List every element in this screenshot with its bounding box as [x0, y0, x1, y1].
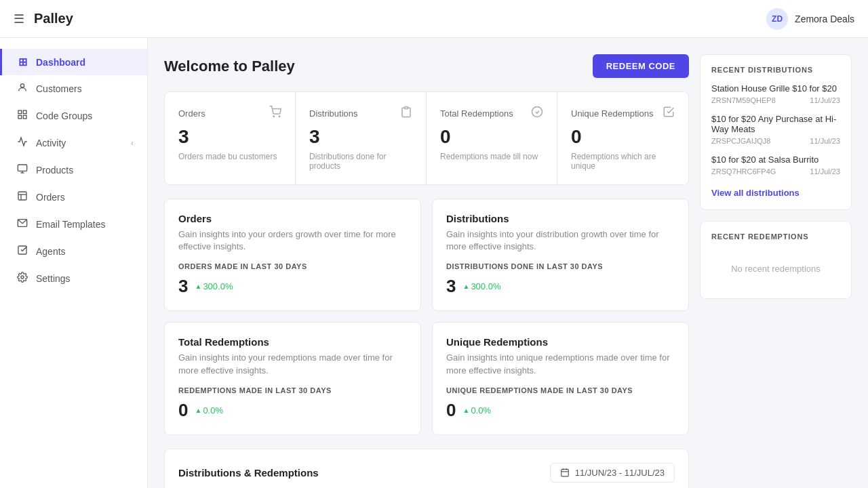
sidebar-item-label: Code Groups	[36, 110, 92, 121]
email-templates-icon	[16, 218, 29, 231]
stat-value: 0	[440, 126, 543, 148]
sidebar: ⊞ Dashboard Customers Code Groups Activi…	[0, 38, 148, 488]
insight-metric-label: ORDERS MADE IN LAST 30 DAYS	[178, 262, 407, 270]
products-icon	[16, 163, 29, 177]
svg-point-17	[532, 107, 542, 117]
dist-code: ZRSQ7HRC6FP4G	[711, 167, 776, 176]
check-square-icon	[663, 106, 675, 121]
dist-item-2: $10 for $20 Any Purchase at Hi-Way Meats…	[711, 114, 840, 145]
stat-header: Total Redemptions	[440, 106, 543, 121]
check-circle-icon	[531, 106, 543, 121]
insight-card-orders: Orders Gain insights into your orders gr…	[164, 199, 421, 311]
sidebar-item-dashboard[interactable]: ⊞ Dashboard	[0, 49, 147, 75]
main-content: Welcome to Palley REDEEM CODE Orders 3 O	[148, 38, 868, 488]
stat-desc: Orders made bu customers	[178, 152, 281, 161]
dist-code: ZRSPCJGAIJQJ8	[711, 137, 770, 145]
stat-value: 3	[178, 126, 281, 148]
agents-icon	[16, 245, 29, 258]
view-all-distributions[interactable]: View all distributions	[711, 188, 800, 198]
dist-meta: ZRSN7M59QHEP8 11/Jul/23	[711, 96, 840, 104]
sidebar-item-label: Agents	[36, 246, 66, 257]
stat-card-total-redemptions: Total Redemptions 0 Redemptions made til…	[427, 92, 557, 184]
insight-value-row: 3 ▲ 300.0%	[178, 276, 407, 297]
svg-rect-4	[23, 115, 26, 119]
stat-header: Distributions	[309, 106, 412, 121]
insight-value: 3	[178, 276, 188, 297]
stat-label: Total Redemptions	[440, 108, 513, 119]
insight-change: ▲ 300.0%	[462, 281, 500, 291]
insight-value: 3	[446, 276, 456, 297]
stats-row: Orders 3 Orders made bu customers Distri…	[164, 92, 689, 185]
dist-name: Station House Grille $10 for $20	[711, 83, 840, 94]
insight-change: ▲ 0.0%	[462, 405, 491, 415]
insight-desc: Gain insights into your distribution gro…	[446, 228, 675, 253]
app-brand: Palley	[34, 11, 73, 26]
sidebar-item-activity[interactable]: Activity ‹	[0, 129, 147, 157]
up-arrow-icon: ▲	[462, 407, 469, 414]
menu-icon[interactable]: ☰	[14, 12, 24, 26]
panel-title: RECENT REDEMPTIONS	[711, 232, 840, 241]
chart-title: Distributions & Redemptions	[178, 467, 319, 479]
redeem-button[interactable]: REDEEM CODE	[593, 54, 689, 78]
sidebar-item-code-groups[interactable]: Code Groups	[0, 102, 147, 129]
insight-card-distributions: Distributions Gain insights into your di…	[432, 199, 689, 311]
change-value: 300.0%	[471, 281, 500, 291]
settings-icon	[16, 272, 29, 285]
sidebar-item-products[interactable]: Products	[0, 157, 147, 184]
svg-rect-16	[405, 107, 408, 109]
svg-rect-2	[23, 110, 26, 114]
user-name: Zemora Deals	[795, 14, 854, 24]
sidebar-item-label: Activity	[36, 138, 66, 148]
change-value: 0.0%	[203, 405, 223, 415]
insight-title: Unique Redemptions	[446, 336, 675, 348]
change-value: 300.0%	[203, 281, 233, 291]
svg-rect-8	[18, 192, 26, 200]
insight-metric-label: REDEMPTIONS MADE IN LAST 30 DAYS	[178, 386, 407, 394]
insight-metric-label: DISTRIBUTIONS DONE IN LAST 30 DAYS	[446, 262, 675, 270]
stat-header: Unique Redemptions	[571, 106, 675, 121]
orders-icon	[16, 190, 29, 204]
svg-point-0	[20, 84, 24, 87]
dist-meta: ZRSQ7HRC6FP4G 11/Jul/23	[711, 167, 840, 176]
svg-point-15	[279, 116, 280, 117]
layout: ⊞ Dashboard Customers Code Groups Activi…	[0, 38, 868, 488]
insight-title: Orders	[178, 213, 407, 224]
dist-item-3: $10 for $20 at Salsa Burrito ZRSQ7HRC6FP…	[711, 155, 840, 176]
stat-label: Orders	[178, 108, 205, 119]
date-range-label: 11/JUN/23 - 11/JUL/23	[575, 468, 665, 478]
svg-point-13	[21, 276, 24, 279]
stat-card-orders: Orders 3 Orders made bu customers	[165, 92, 296, 184]
sidebar-item-customers[interactable]: Customers	[0, 75, 147, 102]
recent-distributions-panel: RECENT DISTRIBUTIONS Station House Grill…	[700, 54, 852, 210]
svg-rect-5	[18, 165, 26, 171]
recent-redemptions-panel: RECENT REDEMPTIONS No recent redemptions	[700, 221, 852, 299]
topnav-right: ZD Zemora Deals	[766, 8, 854, 30]
chart-section: Distributions & Redemptions 11/JUN/23 - …	[164, 449, 689, 488]
date-range-button[interactable]: 11/JUN/23 - 11/JUL/23	[550, 463, 675, 483]
dist-item-1: Station House Grille $10 for $20 ZRSN7M5…	[711, 83, 840, 104]
sidebar-item-orders[interactable]: Orders	[0, 184, 147, 211]
no-redemptions-message: No recent redemptions	[711, 250, 840, 287]
insight-value: 0	[446, 400, 456, 421]
insight-title: Distributions	[446, 213, 675, 224]
stat-desc: Redemptions which are unique	[571, 152, 675, 171]
insight-change: ▲ 0.0%	[195, 405, 223, 415]
stat-label: Distributions	[309, 108, 358, 119]
dist-meta: ZRSPCJGAIJQJ8 11/Jul/23	[711, 137, 840, 145]
svg-rect-1	[18, 110, 22, 114]
dist-date: 11/Jul/23	[810, 96, 840, 104]
stat-card-distributions: Distributions 3 Distributions done for p…	[296, 92, 427, 184]
insight-title: Total Redemptions	[178, 336, 407, 348]
insight-card-total-redemptions: Total Redemptions Gain insights into you…	[164, 322, 421, 434]
topnav-left: ☰ Palley	[14, 11, 73, 26]
insight-desc: Gain insights into your orders growth ov…	[178, 228, 407, 253]
chart-header: Distributions & Redemptions 11/JUN/23 - …	[178, 463, 675, 483]
sidebar-item-agents[interactable]: Agents	[0, 238, 147, 265]
dist-name: $10 for $20 at Salsa Burrito	[711, 155, 840, 165]
user-avatar: ZD	[766, 8, 788, 30]
insight-value-row: 0 ▲ 0.0%	[446, 400, 675, 421]
sidebar-item-settings[interactable]: Settings	[0, 265, 147, 292]
stat-value: 0	[571, 126, 675, 148]
sidebar-item-email-templates[interactable]: Email Templates	[0, 211, 147, 238]
sidebar-item-label: Dashboard	[36, 57, 85, 68]
